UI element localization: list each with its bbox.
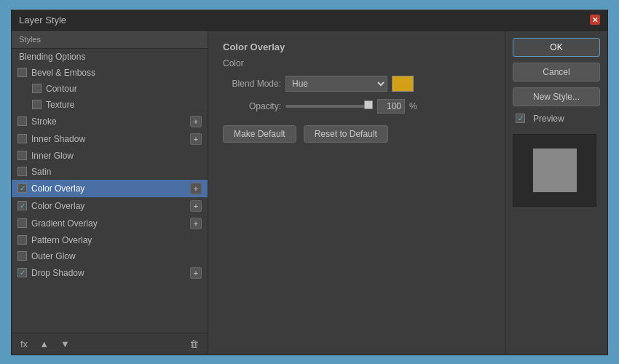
opacity-slider-track[interactable] [285,105,373,108]
contour-checkbox[interactable] [32,84,42,93]
sidebar-item-inner-shadow[interactable]: Inner Shadow + [12,130,208,148]
sidebar-item-inner-glow[interactable]: Inner Glow [12,148,208,164]
color-overlay-2-checkbox[interactable] [17,201,27,210]
preview-checkbox[interactable] [516,114,525,123]
sidebar-item-gradient-overlay[interactable]: Gradient Overlay + [12,215,208,232]
ok-button[interactable]: OK [513,38,600,57]
styles-header: Styles [12,31,208,49]
sidebar-item-color-overlay-1[interactable]: Color Overlay + [12,180,208,197]
sidebar-item-bevel-emboss[interactable]: Bevel & Emboss [12,65,208,81]
texture-checkbox[interactable] [32,100,42,109]
color-overlay-2-add-button[interactable]: + [190,200,202,212]
delete-button[interactable]: 🗑 [186,337,202,351]
preview-label-text: Preview [533,114,564,124]
cancel-button[interactable]: Cancel [513,63,600,82]
inner-shadow-add-button[interactable]: + [190,133,202,145]
drop-shadow-checkbox[interactable] [17,268,27,277]
opacity-slider-thumb[interactable] [364,100,373,109]
section-title: Color Overlay [223,41,490,52]
color-overlay-1-add-button[interactable]: + [190,183,202,194]
fx-button[interactable]: fx [17,337,31,351]
blend-mode-select[interactable]: Normal Dissolve Multiply Screen Overlay … [285,76,387,92]
sidebar-item-color-overlay-2[interactable]: Color Overlay + [12,197,208,215]
inner-shadow-checkbox[interactable] [17,134,27,143]
sidebar-item-texture[interactable]: Texture [12,97,208,113]
reset-default-button[interactable]: Reset to Default [304,125,388,143]
stroke-checkbox[interactable] [17,116,27,126]
layer-style-dialog: Layer Style ✕ Styles Blending Options Be… [11,9,608,355]
pattern-overlay-checkbox[interactable] [17,235,27,245]
right-panel: OK Cancel New Style... Preview [505,31,607,355]
action-buttons-row: Make Default Reset to Default [223,125,490,143]
title-bar: Layer Style ✕ [12,10,607,31]
blend-mode-label: Blend Mode: [223,79,281,89]
preview-box [513,134,596,207]
middle-panel: Color Overlay Color Blend Mode: Normal D… [208,31,505,355]
sidebar-item-pattern-overlay[interactable]: Pattern Overlay [12,232,208,248]
opacity-label: Opacity: [223,101,281,111]
dialog-body: Styles Blending Options Bevel & Emboss C… [12,31,607,355]
new-style-button[interactable]: New Style... [513,87,600,106]
outer-glow-checkbox[interactable] [17,251,27,261]
sidebar-item-contour[interactable]: Contour [12,81,208,97]
color-overlay-1-checkbox[interactable] [17,183,27,193]
sidebar-item-drop-shadow[interactable]: Drop Shadow + [12,264,208,282]
sidebar-item-outer-glow[interactable]: Outer Glow [12,248,208,264]
preview-square [533,149,577,192]
move-up-button[interactable]: ▲ [36,337,52,351]
sidebar-item-satin[interactable]: Satin [12,164,208,180]
percent-label: % [409,101,417,111]
inner-glow-checkbox[interactable] [17,151,27,160]
preview-row: Preview [513,112,600,125]
satin-checkbox[interactable] [17,167,27,176]
close-button[interactable]: ✕ [590,15,600,25]
bottom-bar: fx ▲ ▼ 🗑 [12,333,208,355]
sidebar-item-blending-options[interactable]: Blending Options [12,49,208,65]
left-panel: Styles Blending Options Bevel & Emboss C… [12,31,208,355]
layer-list: Blending Options Bevel & Emboss Contour … [12,49,208,333]
gradient-overlay-add-button[interactable]: + [190,218,202,229]
opacity-input[interactable] [377,99,405,114]
sub-section-title: Color [223,58,490,68]
gradient-overlay-checkbox[interactable] [17,218,27,228]
blend-mode-row: Blend Mode: Normal Dissolve Multiply Scr… [223,76,490,92]
drop-shadow-add-button[interactable]: + [190,267,202,279]
move-down-button[interactable]: ▼ [58,337,73,351]
make-default-button[interactable]: Make Default [223,125,296,143]
bevel-emboss-checkbox[interactable] [17,68,27,77]
stroke-add-button[interactable]: + [190,116,202,127]
color-swatch[interactable] [392,76,414,92]
opacity-row: Opacity: % [223,99,490,114]
sidebar-item-stroke[interactable]: Stroke + [12,113,208,130]
dialog-title: Layer Style [19,15,66,25]
